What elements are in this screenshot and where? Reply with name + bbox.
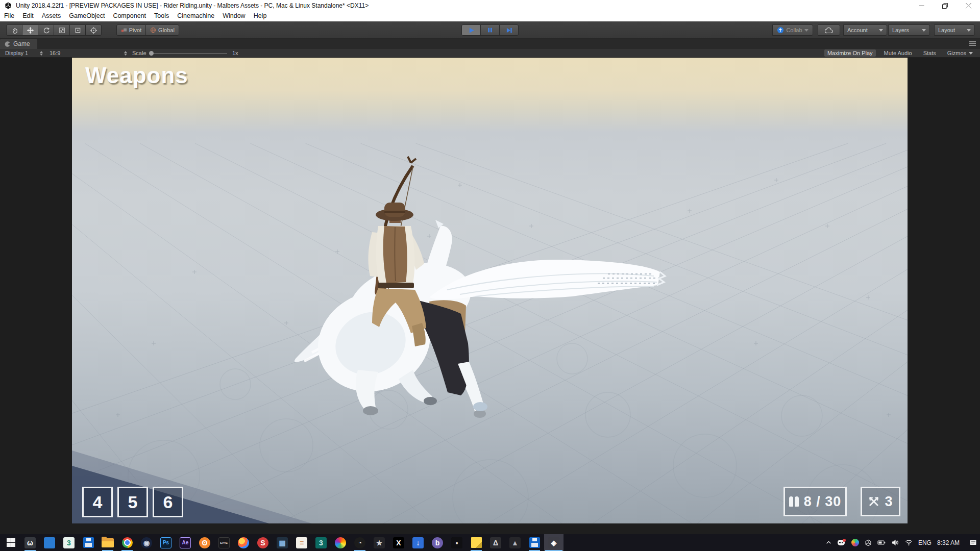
layout-dropdown[interactable]: Layout (934, 24, 975, 36)
step-button[interactable] (499, 24, 519, 36)
taskbar-app-unity-editor[interactable]: ◈ (544, 534, 564, 551)
cloud-icon (825, 27, 833, 34)
unity-editor-icon: ◈ (548, 537, 559, 548)
scale-icon (58, 27, 66, 34)
menu-item-cinemachine[interactable]: Cinemachine (173, 11, 218, 21)
taskbar-app-mountain-app[interactable]: ▲ (505, 534, 525, 551)
taskbar-app-3ds-max[interactable]: 3 (59, 534, 79, 551)
taskbar-app-downloader[interactable]: ↓ (408, 534, 428, 551)
rotate-tool-button[interactable] (38, 24, 54, 36)
taskbar-app-flask-app[interactable]: Δ (486, 534, 505, 551)
taskbar-app-start[interactable] (1, 534, 20, 551)
discord-tray-icon[interactable] (838, 539, 846, 546)
transform-tool-button[interactable] (85, 24, 102, 36)
tray-expand-icon[interactable] (825, 539, 832, 546)
game-tab-label: Game (13, 40, 30, 47)
account-dropdown[interactable]: Account (843, 24, 887, 36)
taskbar-app-doc-viewer[interactable]: ≡ (292, 534, 311, 551)
layers-dropdown[interactable]: Layers (888, 24, 930, 36)
display-dropdown[interactable]: Display 1 (5, 49, 28, 57)
scale-slider-track[interactable] (151, 53, 227, 54)
game-viewport[interactable]: Weapons 456 8 / 30 3 (72, 58, 908, 523)
taskbar-app-paint[interactable] (79, 534, 98, 551)
scale-slider-knob[interactable] (149, 51, 154, 56)
account-label: Account (847, 27, 868, 33)
taskbar-app-explorer[interactable] (98, 534, 117, 551)
explorer-icon (102, 538, 114, 547)
scale-value: 1x (232, 49, 238, 57)
taskbar-app-obs[interactable]: ◔ (350, 534, 370, 551)
tab-game[interactable]: Game (0, 39, 37, 49)
battery-icon[interactable] (877, 539, 886, 546)
unity-logo-icon (4, 2, 12, 10)
taskbar-app-steam[interactable]: ◉ (137, 534, 156, 551)
collab-button[interactable]: Collab (772, 24, 813, 36)
hud-slot-4: 4 (82, 487, 113, 517)
taskbar-app-sticky-notes[interactable] (467, 534, 486, 551)
restore-button[interactable] (933, 0, 957, 11)
pivot-icon (121, 27, 127, 33)
move-tool-button[interactable] (22, 24, 38, 36)
downloader-icon: ↓ (412, 537, 424, 548)
edge-tray-icon[interactable] (851, 539, 859, 546)
taskbar-app-substance[interactable]: S (253, 534, 273, 551)
taskbar-app-dark-box[interactable]: ▪ (447, 534, 467, 551)
menu-item-window[interactable]: Window (218, 11, 249, 21)
minimize-button[interactable] (910, 0, 933, 11)
gizmos-dropdown[interactable]: Gizmos (944, 49, 976, 57)
hud-weapon-slots: 456 (82, 487, 183, 517)
aspect-dropdown-caret[interactable] (124, 49, 127, 57)
display-dropdown-caret[interactable] (40, 49, 43, 57)
menu-item-help[interactable]: Help (250, 11, 271, 21)
taskbar-app-discord[interactable]: ω (20, 534, 40, 551)
panel-menu-icon[interactable] (969, 41, 976, 46)
taskbar-app-blender[interactable]: ʘ (195, 534, 214, 551)
menu-item-gameobject[interactable]: GameObject (65, 11, 109, 21)
mountain-app-icon: ▲ (509, 537, 521, 548)
scale-tool-button[interactable] (54, 24, 70, 36)
taskbar-app-after-effects[interactable]: Ae (176, 534, 195, 551)
rect-tool-button[interactable] (69, 24, 86, 36)
notification-icon[interactable] (969, 539, 977, 546)
account-caret-icon (879, 29, 883, 32)
pause-button[interactable] (480, 24, 500, 36)
taskbar-app-3ds-max-2[interactable]: 3 (311, 534, 331, 551)
menu-item-assets[interactable]: Assets (38, 11, 65, 21)
close-button[interactable] (957, 0, 980, 11)
taskbar-app-blue-app[interactable] (40, 534, 59, 551)
global-label: Global (158, 27, 175, 33)
menu-item-file[interactable]: File (0, 11, 18, 21)
menu-item-component[interactable]: Component (109, 11, 150, 21)
step-icon (506, 27, 512, 34)
unity-tray-icon[interactable] (865, 539, 872, 546)
cloud-button[interactable] (818, 24, 840, 36)
volume-icon[interactable] (892, 539, 899, 546)
stats-toggle[interactable]: Stats (920, 49, 939, 57)
taskbar-app-epic-games[interactable]: EPIC (214, 534, 234, 551)
taskbar-app-calculator[interactable]: ▦ (273, 534, 292, 551)
wifi-icon[interactable] (905, 539, 913, 546)
language-indicator[interactable]: ENG (918, 539, 932, 546)
maximize-on-play-toggle[interactable]: Maximize On Play (824, 49, 876, 57)
paint-splash-game-icon (238, 537, 249, 548)
global-button[interactable]: Global (145, 24, 179, 36)
pivot-button[interactable]: Pivot (116, 24, 146, 36)
menu-item-tools[interactable]: Tools (150, 11, 173, 21)
taskbar-app-chrome[interactable] (117, 534, 137, 551)
taskbar-app-photoshop[interactable]: Ps (156, 534, 176, 551)
clock[interactable]: 8:32 AM (937, 539, 960, 546)
menu-item-edit[interactable]: Edit (18, 11, 38, 21)
taskbar-app-paint-2[interactable] (525, 534, 544, 551)
taskbar-app-shuriken[interactable]: ★ (370, 534, 389, 551)
hand-tool-button[interactable] (6, 24, 22, 36)
mute-audio-toggle[interactable]: Mute Audio (881, 49, 915, 57)
taskbar-app-x-app[interactable]: X (389, 534, 408, 551)
taskbar-app-bittorrent[interactable]: b (428, 534, 447, 551)
taskbar-app-paint-splash-game[interactable] (234, 534, 253, 551)
pivot-label: Pivot (129, 27, 141, 33)
play-button[interactable] (461, 24, 481, 36)
taskbar-app-color-wheel[interactable] (331, 534, 350, 551)
gizmos-caret-icon (969, 52, 973, 55)
rect-icon (74, 27, 82, 34)
aspect-dropdown[interactable]: 16:9 (50, 49, 60, 57)
